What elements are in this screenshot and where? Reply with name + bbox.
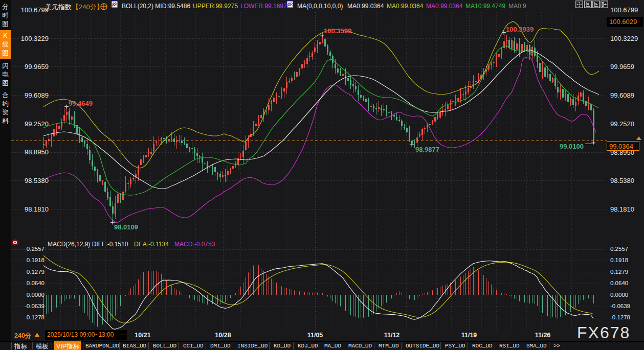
svg-text:100.3599: 100.3599: [324, 27, 351, 35]
svg-text:99.0100: 99.0100: [560, 143, 584, 150]
svg-text:99.4649: 99.4649: [69, 100, 93, 107]
svg-text:98.0109: 98.0109: [114, 223, 138, 231]
svg-text:100.3939: 100.3939: [506, 26, 534, 33]
svg-text:98.9877: 98.9877: [415, 146, 439, 153]
